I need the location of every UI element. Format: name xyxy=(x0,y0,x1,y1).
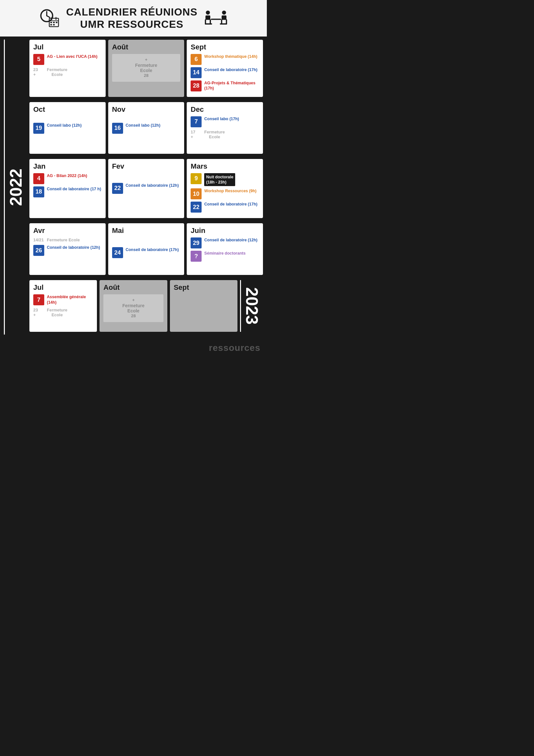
nuit-text: Nuit doctorale(18h - 23h) xyxy=(206,175,233,185)
footer-label: ressources xyxy=(209,343,260,353)
event-mars-2023-conseil: 22 Conseil de laboratoire (17h) xyxy=(191,202,259,213)
event-text-ag-bilan: AG - Bilan 2022 (14h) xyxy=(47,173,87,178)
month-title-jul-2022: Jul xyxy=(33,43,102,51)
date-badge-10: 10 xyxy=(191,188,201,199)
date-badge-6: 6 xyxy=(191,54,201,65)
svg-rect-13 xyxy=(205,15,210,20)
month-title-nov-2022: Nov xyxy=(112,105,181,114)
month-title-oct-2022: Oct xyxy=(33,105,102,114)
event-text-conseil-lab-fev: Conseil de laboratoire (12h) xyxy=(126,183,179,188)
month-title-sept-2023: Sept xyxy=(174,284,233,292)
fermeture-jul-2022: 23+ FermetureEcole xyxy=(33,67,102,77)
month-title-aout-2023: Août xyxy=(103,284,163,292)
card-dec-2022: Dec 7 Conseil labo (17h) 17+ FermetureEc… xyxy=(187,102,263,154)
event-text-seminaire: Séminaire doctorants xyxy=(204,251,246,256)
meeting-icon xyxy=(204,8,228,29)
event-text-assemblee: Assemblée générale (14h) xyxy=(47,294,93,305)
fermeture-avr-2023: 14/21 Fermeture Ecole xyxy=(33,237,102,242)
event-text-conseil-labo-oct: Conseil labo (12h) xyxy=(47,123,82,128)
year-2023-label: 2023 xyxy=(240,280,263,332)
event-fev-2023-1: 22 Conseil de laboratoire (12h) xyxy=(112,183,181,194)
event-text-conseil-labo-dec: Conseil labo (17h) xyxy=(204,116,239,122)
fermeture-aout-2023: + FermetureEcole 28 xyxy=(103,294,163,322)
date-badge-18: 18 xyxy=(33,186,44,198)
event-text-workshop-thematique: Workshop thématique (14h) xyxy=(204,54,257,59)
event-text-ag-lien: AG - Lien avec l'UCA (14h) xyxy=(47,54,97,59)
event-jul-2023-1: 7 Assemblée générale (14h) xyxy=(33,294,93,305)
month-title-jul-2023: Jul xyxy=(33,284,93,292)
date-badge-14: 14 xyxy=(191,67,201,78)
date-badge-7: 7 xyxy=(191,116,201,127)
clock-calendar-icon xyxy=(39,8,60,29)
row-2023-3: Jul 7 Assemblée générale (14h) 23+ Ferme… xyxy=(29,280,263,332)
event-mars-2023-workshop: 10 Workshop Ressources (9h) xyxy=(191,188,259,199)
date-badge-5: 5 xyxy=(33,54,44,65)
event-avr-2023-1: 26 Conseil de laboratoire (12h) xyxy=(33,245,102,256)
year-2022-label: 2022 xyxy=(4,40,27,335)
date-badge-4: 4 xyxy=(33,173,44,184)
event-juin-2023-2: ? Séminaire doctorants xyxy=(191,251,259,262)
month-title-mai-2023: Mai xyxy=(112,227,181,235)
month-title-dec-2022: Dec xyxy=(191,105,259,114)
date-badge-19: 19 xyxy=(33,123,44,134)
main-content: 2022 Jul 5 AG - Lien avec l'UCA (14h) 23… xyxy=(0,37,267,340)
date-badge-22-mars: 22 xyxy=(191,202,201,213)
card-jan-2023: Jan 4 AG - Bilan 2022 (14h) 18 Conseil d… xyxy=(29,159,106,218)
event-text-conseil-labo-nov: Conseil labo (12h) xyxy=(126,123,161,128)
row-2022-2: Oct 19 Conseil labo (12h) Nov 16 Conseil… xyxy=(29,102,263,154)
event-text-conseil-lab-juin: Conseil de laboratoire (12h) xyxy=(204,237,257,243)
svg-rect-8 xyxy=(53,22,55,23)
month-title-juin-2023: Juin xyxy=(191,227,259,235)
event-nov-2022-1: 16 Conseil labo (12h) xyxy=(112,123,181,134)
svg-rect-10 xyxy=(50,24,52,26)
fermeture-jul-2023: 23+ FermetureEcole xyxy=(33,308,93,317)
date-badge-28: 28 xyxy=(191,80,201,92)
event-sept-2022-1: 6 Workshop thématique (14h) xyxy=(191,54,259,65)
date-badge-9: 9 xyxy=(191,173,201,184)
event-jan-2023-1: 4 AG - Bilan 2022 (14h) xyxy=(33,173,102,184)
date-badge-26: 26 xyxy=(33,245,44,256)
event-juin-2023-1: 29 Conseil de laboratoire (12h) xyxy=(191,237,259,249)
month-title-aout-2022: Août xyxy=(112,43,181,51)
event-dec-2022-1: 7 Conseil labo (17h) xyxy=(191,116,259,127)
card-sept-2023: Sept xyxy=(170,280,237,332)
month-title-avr-2023: Avr xyxy=(33,227,102,235)
row-2022-1: Jul 5 AG - Lien avec l'UCA (14h) 23+ Fer… xyxy=(29,40,263,97)
event-text-conseil-lab-avr: Conseil de laboratoire (12h) xyxy=(47,245,100,250)
date-badge-24: 24 xyxy=(112,247,123,258)
year-2022-section: 2022 Jul 5 AG - Lien avec l'UCA (14h) 23… xyxy=(4,40,263,335)
card-jul-2023: Jul 7 Assemblée générale (14h) 23+ Ferme… xyxy=(29,280,97,332)
nuit-block: Nuit doctorale(18h - 23h) xyxy=(204,173,235,186)
date-badge-29: 29 xyxy=(191,237,201,249)
card-aout-2022: Août + FermetureEcole 28 xyxy=(108,40,184,97)
month-title-sept-2022: Sept xyxy=(191,43,259,51)
date-badge-16: 16 xyxy=(112,123,123,134)
fermeture-aout-2022: + FermetureEcole 28 xyxy=(112,54,181,82)
svg-rect-7 xyxy=(50,22,52,23)
event-mars-2023-nuit: 9 Nuit doctorale(18h - 23h) xyxy=(191,173,259,186)
card-juin-2023: Juin 29 Conseil de laboratoire (12h) ? S… xyxy=(187,223,263,275)
event-jul-2022-1: 5 AG - Lien avec l'UCA (14h) xyxy=(33,54,102,65)
event-text-ag-projets: AG-Projets & Thématiques (17h) xyxy=(204,80,259,91)
month-title-jan-2023: Jan xyxy=(33,162,102,171)
header: CALENDRIER RÉUNIONS UMR RESSOURCES xyxy=(0,0,267,37)
card-jul-2022: Jul 5 AG - Lien avec l'UCA (14h) 23+ Fer… xyxy=(29,40,106,97)
row-2023-1: Jan 4 AG - Bilan 2022 (14h) 18 Conseil d… xyxy=(29,159,263,218)
page-title: CALENDRIER RÉUNIONS UMR RESSOURCES xyxy=(66,6,198,31)
fermeture-dec-2022: 17+ FermetureEcole xyxy=(191,129,259,139)
month-title-fev-2023: Fev xyxy=(112,162,181,171)
month-title-mars-2023: Mars xyxy=(191,162,259,171)
date-badge-22-fev: 22 xyxy=(112,183,123,194)
card-mars-2023: Mars 9 Nuit doctorale(18h - 23h) 10 Work… xyxy=(187,159,263,218)
event-text-conseil-lab-mars: Conseil de laboratoire (17h) xyxy=(204,202,257,207)
event-text-conseil-lab-jan: Conseil de laboratoire (17 h) xyxy=(47,186,101,192)
event-text-conseil-lab-mai: Conseil de laboratoire (17h) xyxy=(126,247,179,252)
event-mai-2023-1: 24 Conseil de laboratoire (17h) xyxy=(112,247,181,258)
card-nov-2022: Nov 16 Conseil labo (12h) xyxy=(108,102,184,154)
event-text-workshop-ressources: Workshop Ressources (9h) xyxy=(204,188,256,194)
svg-point-12 xyxy=(206,11,210,15)
date-badge-q: ? xyxy=(191,251,201,262)
card-sept-2022: Sept 6 Workshop thématique (14h) 14 Cons… xyxy=(187,40,263,97)
event-text-conseil-labo-14: Conseil de laboratoire (17h) xyxy=(204,67,257,72)
event-sept-2022-2: 14 Conseil de laboratoire (17h) xyxy=(191,67,259,78)
